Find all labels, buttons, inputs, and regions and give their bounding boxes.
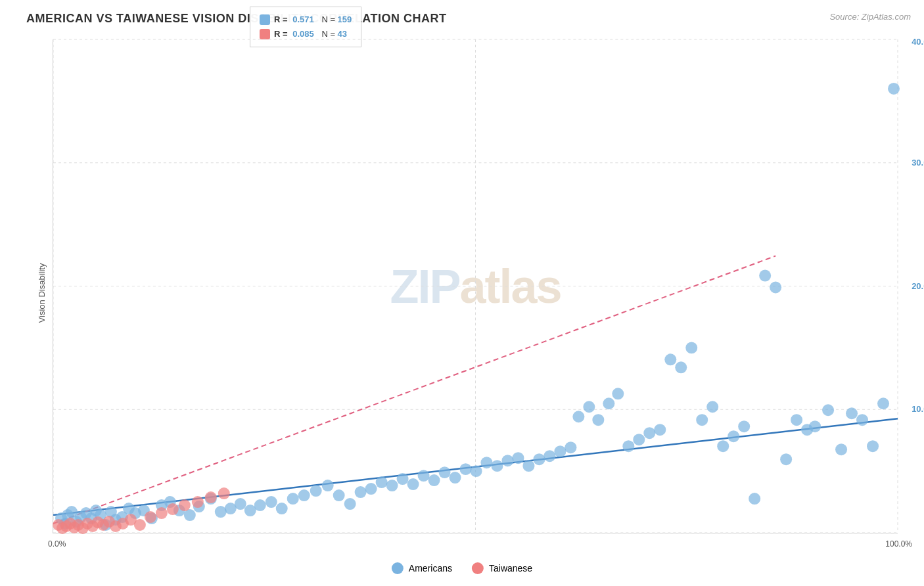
svg-point-73 <box>622 440 634 452</box>
svg-point-57 <box>460 463 472 475</box>
svg-point-60 <box>491 460 503 472</box>
svg-point-121 <box>218 487 230 499</box>
svg-point-70 <box>592 414 604 426</box>
svg-point-79 <box>685 342 697 353</box>
svg-point-88 <box>780 453 792 465</box>
chart-title: AMERICAN VS TAIWANESE VISION DISABILITY … <box>26 12 447 26</box>
svg-point-87 <box>770 282 781 294</box>
svg-point-65 <box>543 450 555 462</box>
y-label-10: 10.0% <box>912 404 924 414</box>
svg-point-42 <box>298 489 310 501</box>
y-axis-label: Vision Disability <box>37 263 47 323</box>
svg-point-120 <box>205 491 217 503</box>
chart-svg <box>53 39 898 533</box>
svg-point-115 <box>145 511 156 523</box>
x-label-100: 100.0% <box>885 539 912 549</box>
svg-point-53 <box>418 470 430 482</box>
chart-container: AMERICAN VS TAIWANESE VISION DISABILITY … <box>0 0 924 586</box>
svg-point-61 <box>501 455 513 466</box>
legend-swatch-taiwanese <box>260 29 270 39</box>
svg-point-58 <box>471 465 482 477</box>
svg-point-66 <box>554 445 566 457</box>
svg-point-95 <box>856 414 868 426</box>
svg-point-51 <box>397 473 409 485</box>
svg-point-55 <box>439 466 451 478</box>
svg-point-41 <box>287 493 299 505</box>
y-label-40: 40.0% <box>912 37 924 47</box>
svg-point-39 <box>266 496 277 508</box>
svg-point-72 <box>612 388 624 399</box>
svg-point-114 <box>134 519 146 531</box>
svg-point-82 <box>717 440 729 452</box>
bottom-legend: Americans Taiwanese <box>392 562 532 574</box>
svg-point-43 <box>310 485 322 497</box>
svg-point-92 <box>822 404 834 416</box>
legend-label-taiwanese: Taiwanese <box>489 563 532 574</box>
svg-point-69 <box>583 401 595 413</box>
svg-point-86 <box>759 270 771 282</box>
svg-point-71 <box>603 397 614 409</box>
svg-point-97 <box>877 397 889 409</box>
svg-point-47 <box>355 486 367 498</box>
svg-point-116 <box>156 507 168 519</box>
svg-point-75 <box>643 427 655 439</box>
svg-point-49 <box>376 476 388 488</box>
svg-point-52 <box>407 478 419 490</box>
svg-point-68 <box>572 411 584 422</box>
svg-point-54 <box>428 474 440 486</box>
svg-point-78 <box>675 361 687 373</box>
svg-point-84 <box>738 420 750 432</box>
svg-point-44 <box>322 480 334 491</box>
svg-point-59 <box>480 457 492 468</box>
svg-point-62 <box>512 452 524 464</box>
y-label-20: 20.0% <box>912 281 924 291</box>
svg-point-96 <box>867 440 879 452</box>
svg-point-98 <box>888 83 900 95</box>
legend-swatch-americans <box>260 14 270 25</box>
svg-point-76 <box>654 424 666 436</box>
svg-point-81 <box>706 401 718 413</box>
svg-point-45 <box>333 489 345 501</box>
svg-point-77 <box>664 353 676 365</box>
svg-point-48 <box>365 483 377 495</box>
svg-point-118 <box>179 499 191 511</box>
legend-row-americans: R = 0.571 N = 159 <box>260 12 352 27</box>
svg-point-63 <box>522 460 534 472</box>
svg-point-40 <box>276 503 288 514</box>
svg-point-94 <box>846 407 858 419</box>
chart-area: ZIPatlas <box>53 39 898 533</box>
legend-circle-americans <box>392 562 404 574</box>
svg-point-85 <box>749 493 760 505</box>
legend-label-americans: Americans <box>409 563 452 574</box>
svg-point-91 <box>809 420 821 432</box>
svg-point-64 <box>533 453 545 465</box>
svg-point-67 <box>565 441 576 453</box>
svg-point-93 <box>835 443 847 455</box>
svg-point-36 <box>235 498 246 510</box>
svg-point-89 <box>791 414 802 426</box>
svg-point-74 <box>633 434 645 445</box>
source-text: Source: ZipAtlas.com <box>829 12 911 22</box>
svg-point-83 <box>728 430 739 442</box>
svg-point-38 <box>254 499 266 511</box>
svg-point-56 <box>450 472 461 484</box>
svg-point-117 <box>167 503 179 515</box>
legend-circle-taiwanese <box>472 562 484 574</box>
svg-point-50 <box>386 480 398 491</box>
legend-item-americans: Americans <box>392 562 452 574</box>
legend-item-taiwanese: Taiwanese <box>472 562 532 574</box>
svg-point-80 <box>696 414 708 426</box>
y-label-30: 30.0% <box>912 158 924 168</box>
x-label-0: 0.0% <box>48 539 66 549</box>
svg-point-46 <box>344 498 356 510</box>
svg-point-119 <box>192 496 204 508</box>
